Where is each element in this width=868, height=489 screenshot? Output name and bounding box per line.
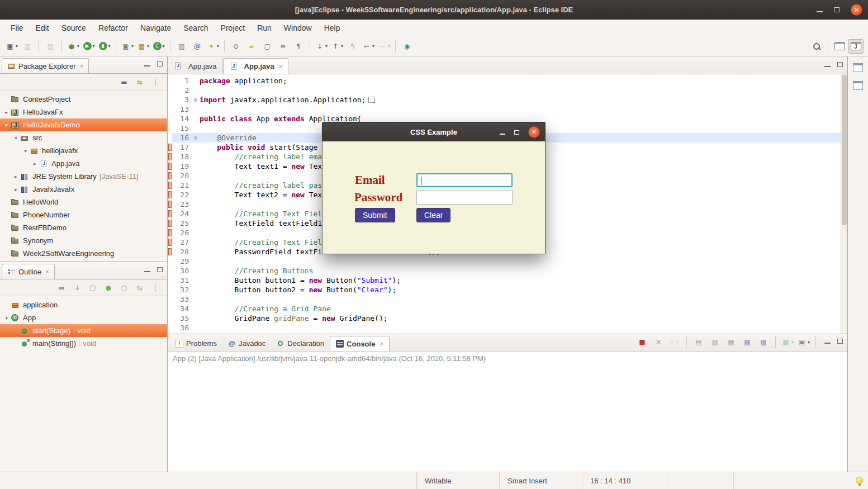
show-on-output-button[interactable]: ▨: [756, 335, 771, 349]
editor-tab-app-java-1[interactable]: App.java×: [223, 58, 289, 74]
maximize-view-button[interactable]: [157, 264, 163, 274]
tree-item-synonym[interactable]: Synonym: [0, 234, 167, 247]
code-line-30[interactable]: 30 //Creating Buttons: [168, 266, 841, 276]
dialog-minimize-button[interactable]: [500, 128, 505, 136]
tree-item-application[interactable]: application: [0, 298, 167, 311]
dialog-close-button[interactable]: ×: [528, 126, 540, 138]
package-explorer-tab[interactable]: Package Explorer ×: [2, 58, 89, 73]
code-line-32[interactable]: 32 Button button2 = new Button("Clear");: [168, 285, 841, 295]
expander-icon[interactable]: ▸: [2, 110, 11, 115]
new-java-project-dropdown-icon[interactable]: ▾: [131, 44, 134, 49]
close-view-icon[interactable]: ×: [45, 268, 49, 275]
next-annotation-dropdown-icon[interactable]: ▾: [325, 44, 328, 49]
open-perspective-button[interactable]: [832, 40, 847, 53]
tree-item-restfbdemo[interactable]: RestFBDemo: [0, 221, 167, 234]
expander-icon[interactable]: ▸: [31, 161, 39, 167]
expander-icon[interactable]: ▾: [2, 315, 11, 321]
maximize-view-button[interactable]: [837, 336, 843, 346]
java-perspective-button[interactable]: J: [848, 39, 864, 54]
editor-scrollbar[interactable]: [841, 74, 847, 334]
mark-occurrences-button[interactable]: ▰: [244, 40, 259, 53]
display-selected-console-button[interactable]: ▩▾: [780, 335, 795, 349]
forward-button[interactable]: →▾: [377, 40, 391, 53]
code-line-31[interactable]: 31 Button button1 = new Button("Submit")…: [168, 276, 841, 285]
editor-tab-app-java-0[interactable]: App.java: [168, 58, 223, 74]
minimize-view-button[interactable]: [824, 59, 831, 69]
menu-search[interactable]: Search: [177, 21, 214, 35]
menu-edit[interactable]: Edit: [30, 21, 55, 35]
expander-icon[interactable]: ▾: [21, 148, 30, 154]
format-button[interactable]: ≡: [276, 40, 290, 53]
view-menu-button[interactable]: ⋮: [148, 281, 163, 295]
menu-source[interactable]: Source: [55, 21, 92, 35]
previous-annotation-button[interactable]: ↑▾: [330, 40, 344, 53]
code-line-29[interactable]: 29: [168, 257, 841, 266]
clear-console-button[interactable]: ▤: [691, 335, 706, 349]
restore-view-icon[interactable]: [853, 63, 863, 72]
scroll-lock-button[interactable]: ▥: [708, 335, 722, 349]
minimize-view-button[interactable]: [144, 59, 150, 69]
code-line-33[interactable]: 33: [168, 295, 841, 304]
back-button[interactable]: ←▾: [361, 40, 376, 53]
tips-lightbulb-icon[interactable]: [856, 477, 863, 484]
tree-item-javafxjavafx[interactable]: ▸JavafxJavafx: [0, 183, 167, 196]
console-tab-console[interactable]: Console×: [330, 336, 390, 351]
javadoc-export-button[interactable]: @: [190, 40, 205, 53]
fold-plus-icon[interactable]: ⊕: [191, 95, 200, 105]
hide-static-members-button[interactable]: ●: [101, 281, 116, 295]
code-line-3[interactable]: 3⊕import javafx.application.Application;: [168, 95, 841, 105]
clear-button[interactable]: Clear: [416, 208, 450, 222]
new-java-project-button[interactable]: ▣▾: [120, 40, 135, 53]
forward-dropdown-icon[interactable]: ▾: [388, 44, 390, 49]
tree-item-week2softwareengineering[interactable]: Week2SoftWareEngineering: [0, 247, 167, 260]
tree-item-hellojavafxdemo[interactable]: ▾HelloJavafxDemo: [0, 118, 167, 131]
outline-tab[interactable]: Outline ×: [2, 264, 55, 279]
close-view-icon[interactable]: ×: [80, 63, 83, 69]
console-tab-javadoc[interactable]: Javadoc: [222, 336, 271, 351]
debug-dropdown-icon[interactable]: ▾: [77, 44, 79, 49]
code-line-36[interactable]: 36: [168, 323, 841, 333]
coverage-dropdown-icon[interactable]: ▾: [108, 44, 111, 49]
new-wizard-dropdown-icon[interactable]: ▾: [16, 44, 18, 49]
tree-item-helloworld[interactable]: HelloWorld: [0, 196, 167, 208]
menu-help[interactable]: Help: [318, 21, 347, 35]
close-tab-icon[interactable]: ×: [279, 63, 282, 70]
restore-view-icon[interactable]: [853, 81, 863, 90]
remove-launch-button[interactable]: ×: [651, 335, 666, 349]
code-line-2[interactable]: 2: [168, 86, 841, 95]
pin-console-button[interactable]: ▧: [740, 335, 755, 349]
display-selected-console-dropdown-icon[interactable]: ▾: [791, 340, 794, 345]
email-field[interactable]: [418, 174, 511, 186]
dialog-maximize-button[interactable]: [514, 128, 519, 136]
window-maximize-button[interactable]: [834, 6, 839, 14]
console-output[interactable]: [168, 365, 847, 472]
debug-button[interactable]: ●▾: [66, 40, 80, 53]
scrollbar-thumb[interactable]: [842, 75, 847, 225]
tree-item-jre-system-library[interactable]: ▸JRE System Library[JavaSE-11]: [0, 170, 167, 183]
code-line-13[interactable]: 13: [168, 105, 841, 114]
expander-icon[interactable]: ▾: [2, 122, 11, 128]
close-tab-icon[interactable]: ×: [380, 340, 383, 347]
search-dialog-dropdown-icon[interactable]: ▾: [217, 44, 219, 49]
menu-project[interactable]: Project: [215, 21, 252, 35]
link-with-editor-button[interactable]: ⇆: [132, 281, 147, 295]
window-minimize-button[interactable]: [817, 6, 823, 14]
window-close-button[interactable]: ×: [851, 4, 862, 16]
remove-all-launches-button[interactable]: ××: [667, 335, 682, 349]
tree-item-app-java[interactable]: ▸App.java: [0, 157, 167, 170]
tree-item-phonenumber[interactable]: PhoneNumber: [0, 208, 167, 221]
console-tab-problems[interactable]: Problems: [170, 336, 222, 351]
new-class-dropdown-icon[interactable]: ▾: [163, 44, 165, 49]
menu-refactor[interactable]: Refactor: [92, 21, 134, 35]
run-dropdown-icon[interactable]: ▾: [93, 44, 95, 49]
coverage-button[interactable]: ▮▾: [97, 40, 112, 53]
hide-non-public-members-button[interactable]: ○: [117, 281, 131, 295]
minimize-view-button[interactable]: [144, 264, 150, 274]
link-with-editor-button[interactable]: ⇆: [132, 75, 147, 89]
expander-icon[interactable]: ▸: [12, 187, 20, 192]
password-field[interactable]: [417, 191, 512, 204]
new-class-button[interactable]: C▾: [151, 40, 166, 53]
menu-window[interactable]: Window: [278, 21, 318, 35]
previous-annotation-dropdown-icon[interactable]: ▾: [341, 44, 343, 49]
new-wizard-button[interactable]: ▣▾: [4, 40, 19, 53]
